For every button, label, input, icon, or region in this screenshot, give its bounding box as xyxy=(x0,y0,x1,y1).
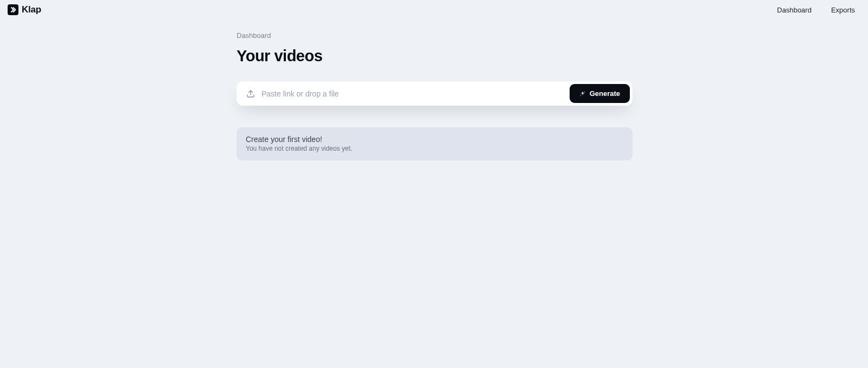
empty-state: Create your first video! You have not cr… xyxy=(237,127,633,160)
main-content: Dashboard Your videos Generate Create yo… xyxy=(235,20,633,160)
empty-state-subtitle: You have not created any videos yet. xyxy=(246,145,623,152)
sparkle-icon xyxy=(579,91,586,97)
logo-icon xyxy=(8,4,18,15)
nav-links: Dashboard Exports xyxy=(777,6,860,14)
nav-dashboard[interactable]: Dashboard xyxy=(777,6,812,14)
link-input[interactable] xyxy=(261,89,570,98)
page-title: Your videos xyxy=(237,47,633,65)
header: Klap Dashboard Exports xyxy=(0,0,868,20)
input-card: Generate xyxy=(237,81,633,106)
logo[interactable]: Klap xyxy=(8,4,41,15)
generate-button-label: Generate xyxy=(590,89,620,98)
empty-state-title: Create your first video! xyxy=(246,135,623,144)
nav-exports[interactable]: Exports xyxy=(831,6,855,14)
upload-icon xyxy=(246,89,255,98)
generate-button[interactable]: Generate xyxy=(570,84,630,103)
brand-name: Klap xyxy=(22,4,41,15)
breadcrumb[interactable]: Dashboard xyxy=(237,31,633,40)
